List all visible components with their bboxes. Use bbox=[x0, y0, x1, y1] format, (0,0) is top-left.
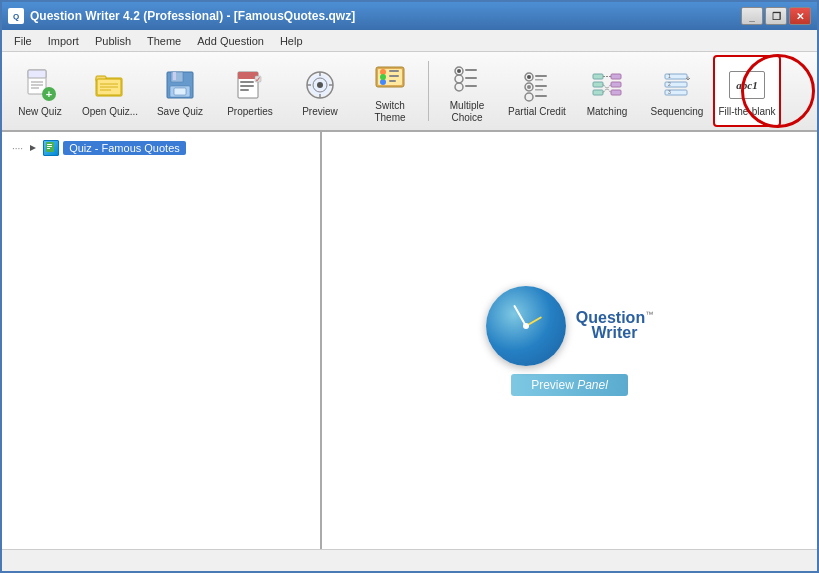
svg-rect-14 bbox=[171, 72, 183, 82]
multiple-choice-button[interactable]: Multiple Choice bbox=[433, 55, 501, 127]
svg-marker-74 bbox=[30, 145, 36, 151]
svg-text:+: + bbox=[46, 88, 52, 100]
toolbar-separator-1 bbox=[428, 61, 429, 121]
preview-label-text: Preview bbox=[531, 378, 574, 392]
svg-rect-17 bbox=[174, 88, 186, 95]
clock-center bbox=[523, 323, 529, 329]
preview-sublabel-text: Panel bbox=[577, 378, 608, 392]
open-quiz-button[interactable]: Open Quiz... bbox=[76, 55, 144, 127]
svg-rect-22 bbox=[240, 89, 249, 91]
properties-icon: ✓ bbox=[232, 67, 268, 103]
partial-credit-button[interactable]: Partial Credit bbox=[503, 55, 571, 127]
svg-point-28 bbox=[317, 82, 323, 88]
save-quiz-icon bbox=[162, 67, 198, 103]
svg-point-49 bbox=[527, 75, 531, 79]
svg-rect-61 bbox=[611, 74, 621, 79]
preview-icon bbox=[302, 67, 338, 103]
svg-rect-1 bbox=[28, 70, 46, 78]
menu-import[interactable]: Import bbox=[40, 33, 87, 49]
partial-credit-icon bbox=[519, 67, 555, 103]
svg-point-56 bbox=[525, 93, 533, 101]
matching-icon bbox=[589, 67, 625, 103]
logo-circle bbox=[486, 286, 566, 366]
preview-panel-label: Preview Panel bbox=[511, 374, 628, 396]
minimize-button[interactable]: _ bbox=[741, 7, 763, 25]
svg-rect-77 bbox=[47, 146, 52, 147]
svg-rect-21 bbox=[240, 85, 254, 87]
svg-text:3: 3 bbox=[668, 89, 671, 95]
tree-expand-icon[interactable] bbox=[27, 142, 39, 154]
tree-dots: ···· bbox=[12, 143, 23, 154]
properties-label: Properties bbox=[227, 106, 273, 118]
svg-rect-40 bbox=[389, 80, 396, 82]
status-bar bbox=[2, 549, 817, 571]
switch-theme-icon bbox=[372, 61, 408, 97]
svg-rect-58 bbox=[593, 74, 603, 79]
svg-point-37 bbox=[380, 74, 386, 80]
menu-help[interactable]: Help bbox=[272, 33, 311, 49]
toolbar: + New Quiz Open Quiz... bbox=[2, 52, 817, 132]
close-button[interactable]: ✕ bbox=[789, 7, 811, 25]
sequencing-label: Sequencing bbox=[651, 106, 704, 118]
new-quiz-label: New Quiz bbox=[18, 106, 61, 118]
save-quiz-label: Save Quiz bbox=[157, 106, 203, 118]
fill-the-blank-button[interactable]: abc1 Fill-the-blank bbox=[713, 55, 781, 127]
window-controls: _ ❐ ✕ bbox=[741, 7, 811, 25]
menu-bar: File Import Publish Theme Add Question H… bbox=[2, 30, 817, 52]
svg-rect-38 bbox=[389, 70, 399, 72]
svg-rect-60 bbox=[593, 90, 603, 95]
svg-point-53 bbox=[527, 85, 531, 89]
left-panel: ···· Quiz - Famous Quotes bbox=[2, 132, 322, 549]
svg-rect-59 bbox=[593, 82, 603, 87]
quiz-tree-label: Quiz - Famous Quotes bbox=[63, 141, 186, 155]
svg-point-42 bbox=[457, 69, 461, 73]
preview-logo: Question ™ Writer Preview Panel bbox=[486, 286, 653, 396]
preview-button[interactable]: Preview bbox=[286, 55, 354, 127]
main-window: Q Question Writer 4.2 (Professional) - [… bbox=[0, 0, 819, 573]
svg-rect-76 bbox=[47, 144, 52, 145]
svg-rect-62 bbox=[611, 82, 621, 87]
title-bar: Q Question Writer 4.2 (Professional) - [… bbox=[2, 2, 817, 30]
app-icon: Q bbox=[8, 8, 24, 24]
restore-button[interactable]: ❐ bbox=[765, 7, 787, 25]
tree-root-item[interactable]: ···· Quiz - Famous Quotes bbox=[8, 138, 314, 158]
sequencing-button[interactable]: 1 2 3 Sequencing bbox=[643, 55, 711, 127]
logo-trademark: ™ bbox=[645, 310, 653, 319]
save-quiz-button[interactable]: Save Quiz bbox=[146, 55, 214, 127]
properties-button[interactable]: ✓ Properties bbox=[216, 55, 284, 127]
svg-rect-47 bbox=[465, 85, 477, 87]
quiz-file-icon bbox=[43, 140, 59, 156]
menu-add-question[interactable]: Add Question bbox=[189, 33, 272, 49]
new-quiz-icon: + bbox=[22, 67, 58, 103]
svg-rect-43 bbox=[465, 69, 477, 71]
svg-rect-45 bbox=[465, 77, 477, 79]
svg-rect-15 bbox=[173, 72, 176, 80]
switch-theme-label: Switch Theme bbox=[359, 100, 421, 124]
open-quiz-icon bbox=[92, 67, 128, 103]
multiple-choice-label: Multiple Choice bbox=[436, 100, 498, 124]
fill-the-blank-icon: abc1 bbox=[729, 67, 765, 103]
menu-file[interactable]: File bbox=[6, 33, 40, 49]
preview-label: Preview bbox=[302, 106, 338, 118]
window-title: Question Writer 4.2 (Professional) - [Fa… bbox=[30, 9, 741, 23]
matching-button[interactable]: Matching bbox=[573, 55, 641, 127]
new-quiz-button[interactable]: + New Quiz bbox=[6, 55, 74, 127]
svg-text:1: 1 bbox=[668, 73, 671, 79]
menu-publish[interactable]: Publish bbox=[87, 33, 139, 49]
switch-theme-button[interactable]: Switch Theme bbox=[356, 55, 424, 127]
svg-point-46 bbox=[455, 83, 463, 91]
svg-rect-20 bbox=[240, 81, 254, 83]
logo-writer: Writer bbox=[592, 324, 638, 342]
svg-text:2: 2 bbox=[668, 81, 671, 87]
svg-rect-39 bbox=[389, 75, 399, 77]
svg-point-44 bbox=[455, 75, 463, 83]
svg-rect-78 bbox=[47, 148, 50, 149]
fill-the-blank-label: Fill-the-blank bbox=[718, 106, 775, 118]
menu-theme[interactable]: Theme bbox=[139, 33, 189, 49]
svg-rect-50 bbox=[535, 75, 547, 77]
svg-rect-57 bbox=[535, 95, 547, 97]
multiple-choice-icon bbox=[449, 61, 485, 97]
svg-rect-63 bbox=[611, 90, 621, 95]
partial-credit-label: Partial Credit bbox=[508, 106, 566, 118]
svg-rect-51 bbox=[535, 79, 543, 81]
